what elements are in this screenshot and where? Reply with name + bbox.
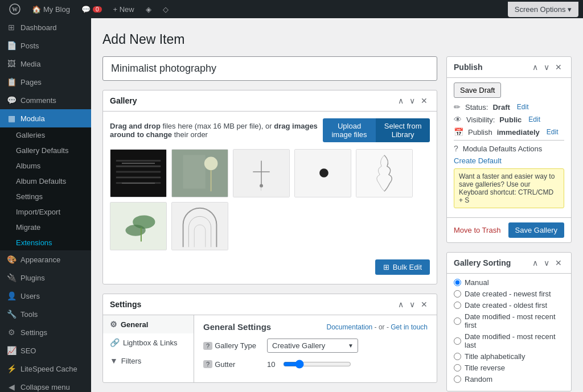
settings-panel-title: Settings xyxy=(110,300,141,309)
settings-panel-collapse-down[interactable]: ∨ xyxy=(407,299,417,310)
sorting-option-modified-last: Date modified - most recent last xyxy=(454,332,564,349)
bulk-edit-button[interactable]: ⊞ Bulk Edit xyxy=(375,259,430,275)
gutter-value: 10 xyxy=(267,360,278,369)
sidebar-item-seo[interactable]: 📈 SEO xyxy=(0,341,91,360)
sidebar-item-modula[interactable]: ▦ Modula xyxy=(0,109,91,127)
screen-options-button[interactable]: Screen Options ▾ xyxy=(508,2,578,17)
save-gallery-button[interactable]: Save Gallery xyxy=(508,222,564,238)
dashboard-icon: ⊞ xyxy=(7,23,16,32)
admin-bar-wp-logo[interactable]: W xyxy=(5,0,25,18)
sidebar-item-plugins[interactable]: 🔌 Plugins xyxy=(0,269,91,287)
sorting-collapse-down[interactable]: ∨ xyxy=(541,257,552,269)
gallery-panel-collapse-down[interactable]: ∨ xyxy=(407,95,417,106)
sorting-radio-modified-recent[interactable] xyxy=(454,317,461,325)
sidebar-item-import-export[interactable]: Import/Export xyxy=(0,204,91,220)
settings-panel-collapse-up[interactable]: ∧ xyxy=(396,299,406,310)
sidebar-item-albums[interactable]: Albums xyxy=(0,158,91,174)
sidebar-item-tools[interactable]: 🔧 Tools xyxy=(0,305,91,323)
comments-icon: 💬 xyxy=(7,96,16,105)
sidebar-item-pages[interactable]: 📋 Pages xyxy=(0,73,91,91)
select-from-library-button[interactable]: Select from Library xyxy=(376,118,430,142)
gallery-panel-close[interactable]: ✕ xyxy=(418,95,430,106)
sorting-option-random: Random xyxy=(454,375,564,383)
modula-defaults-row: ? Modula Defaults Actions xyxy=(454,144,564,153)
sidebar-item-galleries[interactable]: Galleries xyxy=(0,127,91,143)
gallery-thumb-2[interactable] xyxy=(171,149,228,197)
gallery-type-label: ? Gallery Type xyxy=(203,341,260,350)
sidebar-item-gallery-defaults[interactable]: Gallery Defaults xyxy=(0,143,91,158)
admin-bar: W 🏠 My Blog 💬 0 + New ◈ ◇ Screen Options… xyxy=(0,0,583,18)
sorting-option-modified-recent: Date modified - most recent first xyxy=(454,312,564,329)
gallery-thumb-4[interactable] xyxy=(294,149,351,197)
sidebar-item-extensions[interactable]: Extensions xyxy=(0,235,91,250)
sorting-collapse-up[interactable]: ∧ xyxy=(530,257,540,269)
admin-bar-home[interactable]: 🏠 My Blog xyxy=(27,0,75,18)
sorting-close[interactable]: ✕ xyxy=(553,257,564,269)
gutter-help[interactable]: ? xyxy=(203,360,212,368)
sorting-radio-random[interactable] xyxy=(454,376,461,383)
admin-bar-new[interactable]: + New xyxy=(109,0,139,18)
sorting-radio-title-reverse[interactable] xyxy=(454,364,461,372)
sorting-radio-manual[interactable] xyxy=(454,279,461,286)
publish-close[interactable]: ✕ xyxy=(553,61,564,73)
publish-title: Publish xyxy=(454,63,483,72)
publish-time-row: 📅 Publish immediately Edit xyxy=(454,127,564,137)
sidebar-item-posts[interactable]: 📄 Posts xyxy=(0,36,91,55)
appearance-icon: 🎨 xyxy=(7,255,16,264)
admin-bar-modula1[interactable]: ◈ xyxy=(141,0,156,18)
sorting-option-title-alpha: Title alphabetically xyxy=(454,352,564,361)
move-to-trash-link[interactable]: Move to Trash xyxy=(454,226,500,234)
sidebar-item-settings[interactable]: Settings xyxy=(0,189,91,204)
gallery-type-select-wrapper: Creative Gallery Masonry Grid Slider Sli… xyxy=(267,339,358,353)
settings-panel-close[interactable]: ✕ xyxy=(418,299,430,310)
settings-menu: ⚙ General 🔗 Lightbox & Links ▼ Filters xyxy=(103,315,194,382)
publish-collapse-up[interactable]: ∧ xyxy=(530,61,540,73)
gallery-thumb-7[interactable] xyxy=(171,202,228,250)
gallery-type-help[interactable]: ? xyxy=(203,342,212,350)
gallery-type-row: ? Gallery Type Creative Gallery Masonry … xyxy=(203,339,428,353)
sorting-radio-date-oldest[interactable] xyxy=(454,302,461,309)
sidebar-item-collapse[interactable]: ◀ Collapse menu xyxy=(0,378,91,392)
settings-links: Documentation - or - Get in touch xyxy=(327,323,428,331)
documentation-link[interactable]: Documentation xyxy=(327,323,373,331)
settings-menu-general[interactable]: ⚙ General xyxy=(103,315,194,333)
posts-icon: 📄 xyxy=(7,41,16,50)
sidebar-item-dashboard[interactable]: ⊞ Dashboard xyxy=(0,18,91,36)
gallery-type-select[interactable]: Creative Gallery Masonry Grid Slider Sli… xyxy=(267,339,358,353)
gallery-panel-collapse-up[interactable]: ∧ xyxy=(396,95,406,106)
admin-bar-modula2[interactable]: ◇ xyxy=(158,0,173,18)
gutter-slider[interactable] xyxy=(283,360,351,369)
item-title-input[interactable] xyxy=(102,56,437,81)
sorting-radio-modified-last[interactable] xyxy=(454,337,461,345)
publish-content: Save Draft ✏ Status: Draft Edit 👁 Visibi… xyxy=(447,78,571,217)
gallery-thumb-6[interactable] xyxy=(110,202,167,250)
sidebar-item-litespeed[interactable]: ⚡ LiteSpeed Cache xyxy=(0,360,91,378)
create-default-link[interactable]: Create Default xyxy=(454,156,502,165)
status-edit-link[interactable]: Edit xyxy=(517,103,529,111)
upload-image-button[interactable]: Upload image files xyxy=(323,118,376,142)
sidebar-item-migrate[interactable]: Migrate xyxy=(0,220,91,235)
save-draft-button[interactable]: Save Draft xyxy=(454,82,501,98)
visibility-icon: 👁 xyxy=(454,115,462,124)
sorting-radio-date-newest[interactable] xyxy=(454,290,461,298)
svg-rect-19 xyxy=(356,150,412,197)
sidebar-item-users[interactable]: 👤 Users xyxy=(0,287,91,305)
sidebar-item-settings-main[interactable]: ⚙ Settings xyxy=(0,323,91,341)
sorting-radio-title-alpha[interactable] xyxy=(454,353,461,360)
sidebar-item-album-defaults[interactable]: Album Defaults xyxy=(0,174,91,189)
publish-time-edit-link[interactable]: Edit xyxy=(547,128,559,136)
settings-menu-lightbox[interactable]: 🔗 Lightbox & Links xyxy=(103,333,194,352)
get-in-touch-link[interactable]: Get in touch xyxy=(391,323,428,331)
gallery-thumb-1[interactable] xyxy=(110,149,167,197)
sidebar-item-comments[interactable]: 💬 Comments xyxy=(0,91,91,109)
sidebar-item-appearance[interactable]: 🎨 Appearance xyxy=(0,250,91,269)
admin-bar-comments[interactable]: 💬 0 xyxy=(77,0,106,18)
settings-menu-filters[interactable]: ▼ Filters xyxy=(103,352,194,370)
gallery-thumb-5[interactable] xyxy=(356,149,413,197)
publish-footer: Move to Trash Save Gallery xyxy=(447,217,571,242)
visibility-edit-link[interactable]: Edit xyxy=(528,115,540,123)
gallery-thumb-3[interactable]: │ xyxy=(233,149,290,197)
publish-collapse-down[interactable]: ∨ xyxy=(541,61,552,73)
filters-icon: ▼ xyxy=(110,356,118,365)
sidebar-item-media[interactable]: 🖼 Media xyxy=(0,55,91,73)
